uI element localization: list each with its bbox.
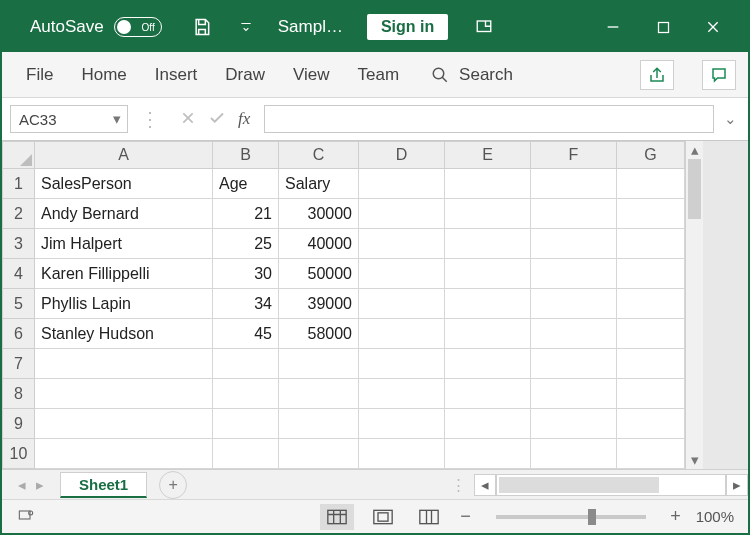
cell[interactable]: 40000	[279, 229, 359, 259]
cell[interactable]	[213, 409, 279, 439]
cell[interactable]	[35, 349, 213, 379]
cell[interactable]	[359, 199, 445, 229]
view-normal-icon[interactable]	[320, 504, 354, 530]
autosave-toggle[interactable]: Off	[114, 17, 162, 37]
cell[interactable]	[531, 409, 617, 439]
cell[interactable]: Stanley Hudson	[35, 319, 213, 349]
cell[interactable]	[213, 439, 279, 469]
cell[interactable]	[359, 409, 445, 439]
cell[interactable]	[617, 379, 685, 409]
tab-file[interactable]: File	[26, 65, 53, 85]
save-icon[interactable]	[183, 7, 221, 47]
row-header[interactable]: 1	[3, 169, 35, 199]
cell[interactable]	[617, 229, 685, 259]
cell[interactable]	[617, 199, 685, 229]
col-header-F[interactable]: F	[531, 142, 617, 169]
zoom-thumb[interactable]	[588, 509, 596, 525]
cell[interactable]: 21	[213, 199, 279, 229]
cell[interactable]	[359, 319, 445, 349]
cancel-formula-icon[interactable]	[180, 110, 196, 129]
row-header[interactable]: 6	[3, 319, 35, 349]
vscroll-thumb[interactable]	[688, 159, 701, 219]
tab-draw[interactable]: Draw	[225, 65, 265, 85]
cell[interactable]	[445, 229, 531, 259]
cell[interactable]	[279, 409, 359, 439]
cell[interactable]: 25	[213, 229, 279, 259]
cell[interactable]	[279, 379, 359, 409]
zoom-in-button[interactable]: +	[668, 506, 684, 527]
scroll-right-icon[interactable]: ▸	[726, 474, 748, 496]
row-header[interactable]: 4	[3, 259, 35, 289]
cell[interactable]	[617, 169, 685, 199]
cell[interactable]	[531, 289, 617, 319]
col-header-G[interactable]: G	[617, 142, 685, 169]
row-header[interactable]: 8	[3, 379, 35, 409]
tab-view[interactable]: View	[293, 65, 330, 85]
cell[interactable]	[35, 439, 213, 469]
cell[interactable]	[359, 379, 445, 409]
cell[interactable]: 45	[213, 319, 279, 349]
cell[interactable]	[35, 379, 213, 409]
row-header[interactable]: 2	[3, 199, 35, 229]
cell[interactable]	[279, 349, 359, 379]
cell[interactable]	[445, 319, 531, 349]
cell[interactable]	[617, 439, 685, 469]
scroll-up-icon[interactable]: ▴	[686, 141, 703, 159]
cell[interactable]	[531, 169, 617, 199]
cell[interactable]	[359, 169, 445, 199]
row-header[interactable]: 5	[3, 289, 35, 319]
quick-access-dropdown-icon[interactable]	[227, 7, 265, 47]
cell[interactable]	[213, 379, 279, 409]
share-button[interactable]	[640, 60, 674, 90]
maximize-button[interactable]	[638, 2, 688, 52]
cell[interactable]	[359, 229, 445, 259]
zoom-out-button[interactable]: −	[458, 506, 474, 527]
row-header[interactable]: 7	[3, 349, 35, 379]
scroll-down-icon[interactable]: ▾	[686, 451, 703, 469]
cell[interactable]: Salary	[279, 169, 359, 199]
col-header-C[interactable]: C	[279, 142, 359, 169]
cell[interactable]	[279, 439, 359, 469]
enter-formula-icon[interactable]	[208, 109, 226, 130]
cell[interactable]	[445, 379, 531, 409]
cell[interactable]	[445, 199, 531, 229]
drag-handle-icon[interactable]: ⋮	[134, 107, 166, 131]
record-macro-icon[interactable]	[16, 507, 36, 526]
cell[interactable]	[617, 289, 685, 319]
split-handle-icon[interactable]: ⋮	[443, 476, 474, 494]
zoom-value[interactable]: 100%	[696, 508, 734, 525]
cell[interactable]	[445, 169, 531, 199]
autosave[interactable]: AutoSave Off	[30, 17, 162, 37]
scroll-left-icon[interactable]: ◂	[474, 474, 496, 496]
name-box[interactable]: AC33 ▾	[10, 105, 128, 133]
cell[interactable]	[359, 349, 445, 379]
cell[interactable]: 50000	[279, 259, 359, 289]
comments-button[interactable]	[702, 60, 736, 90]
close-button[interactable]	[688, 2, 738, 52]
cell[interactable]	[617, 319, 685, 349]
cell[interactable]: 58000	[279, 319, 359, 349]
cell[interactable]	[531, 229, 617, 259]
add-sheet-button[interactable]: +	[159, 471, 187, 499]
tab-home[interactable]: Home	[81, 65, 126, 85]
zoom-slider[interactable]	[496, 515, 646, 519]
cell[interactable]	[213, 349, 279, 379]
cell[interactable]	[531, 259, 617, 289]
cell[interactable]: 39000	[279, 289, 359, 319]
cell[interactable]	[445, 409, 531, 439]
cell[interactable]	[35, 409, 213, 439]
cell[interactable]	[531, 199, 617, 229]
cell[interactable]	[359, 439, 445, 469]
cell[interactable]	[531, 349, 617, 379]
sheet-tab-sheet1[interactable]: Sheet1	[60, 472, 147, 498]
cell[interactable]: Phyllis Lapin	[35, 289, 213, 319]
expand-formula-bar-icon[interactable]: ⌄	[720, 110, 740, 128]
cell[interactable]: Jim Halpert	[35, 229, 213, 259]
row-header[interactable]: 10	[3, 439, 35, 469]
cell[interactable]	[531, 379, 617, 409]
ribbon-display-options-icon[interactable]	[465, 7, 503, 47]
view-page-layout-icon[interactable]	[366, 504, 400, 530]
tab-nav-prev-icon[interactable]: ◂	[18, 476, 26, 494]
cell[interactable]	[445, 259, 531, 289]
row-header[interactable]: 3	[3, 229, 35, 259]
